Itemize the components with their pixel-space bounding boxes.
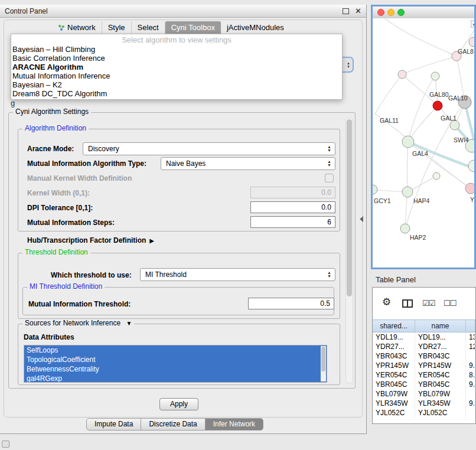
cell: 9. (466, 361, 475, 370)
zoom-traffic-light-icon[interactable] (397, 9, 405, 16)
column-header-shared-name[interactable]: shared... (373, 320, 415, 332)
cell: YDR27... (415, 342, 466, 351)
network-node[interactable] (400, 224, 410, 233)
mi-threshold-definition-title: MI Threshold Definition (27, 282, 105, 291)
close-window-icon[interactable]: ✕ (355, 8, 361, 15)
tab-cyni-toolbox[interactable]: Cyni Toolbox (165, 21, 221, 34)
network-canvas[interactable]: GAL8 GAL80 GAL10 GAL11 GAL1 SWI4 GAL4 GC… (373, 18, 474, 268)
cell: YBR043C (415, 351, 466, 361)
table-row[interactable]: YDL19... YDL19... 13 (373, 332, 475, 342)
expanded-arrow-icon[interactable]: ▼ (126, 320, 132, 327)
dpi-tolerance-field[interactable]: 0.0 (250, 201, 335, 213)
attribute-item-selected[interactable]: BetweennessCentrality (24, 364, 327, 374)
network-node-labels: GAL8 GAL80 GAL10 GAL11 GAL1 SWI4 GAL4 GC… (374, 48, 474, 241)
scroll-up-button[interactable]: ▲ (471, 20, 474, 28)
table-panel-window: ⚙ ☑☑ ☐☐ shared... name YDL19... YDL19...… (372, 287, 476, 424)
deselect-all-icon[interactable]: ☐☐ (444, 299, 456, 308)
dropdown-item[interactable]: Bayesian – K2 (11, 80, 342, 89)
cell: 9. (466, 380, 475, 389)
combobox-arrows-icon: ▲▼ (327, 160, 331, 167)
control-panel-title: Control Panel (5, 7, 48, 15)
collapsed-arrow-icon[interactable]: ▶ (149, 237, 154, 244)
columns-icon[interactable] (402, 299, 413, 308)
hub-definition-toggle[interactable]: Hub/Transcription Factor Definition▶ (27, 236, 154, 244)
cell: 12 (466, 342, 475, 351)
close-traffic-light-icon[interactable] (377, 9, 384, 16)
network-node[interactable] (433, 172, 440, 180)
column-header-partial[interactable] (466, 320, 475, 332)
table-row[interactable]: YDR27... YDR27... 12 (373, 342, 475, 351)
dropdown-item[interactable]: Bayesian – Hill Climbing (11, 45, 342, 54)
network-node[interactable] (450, 120, 459, 130)
table-row[interactable]: YBR045C YBR045C 9. (373, 380, 475, 389)
node-label: GAL8 (458, 48, 474, 55)
mi-steps-field[interactable]: 6 (250, 216, 335, 228)
network-window-titlebar[interactable] (373, 6, 474, 19)
network-node[interactable] (468, 160, 474, 172)
attributes-scrollbar[interactable] (321, 346, 326, 381)
node-label: GAL1 (441, 115, 457, 122)
gear-icon[interactable]: ⚙ (382, 297, 391, 308)
tab-select[interactable]: Select (132, 21, 165, 34)
network-node[interactable] (398, 70, 406, 79)
attribute-item-selected[interactable]: SelfLoops (24, 345, 327, 355)
cell: YJL052C (373, 408, 415, 418)
tab-impute-data[interactable]: Impute Data (86, 418, 141, 431)
aracne-mode-combobox[interactable]: Discovery ▲▼ (83, 142, 335, 155)
network-graph[interactable]: GAL8 GAL80 GAL10 GAL11 GAL1 SWI4 GAL4 GC… (373, 18, 474, 268)
dropdown-item[interactable]: Basic Correlation Inference (11, 54, 342, 63)
table-row[interactable]: YER054C YER054C 8. (373, 370, 475, 380)
table-row[interactable]: YJL052C YJL052C (373, 408, 475, 418)
kernel-width-field[interactable]: 0.0 (250, 187, 335, 198)
cell: YBR043C (373, 351, 415, 361)
network-node[interactable] (373, 185, 377, 194)
tab-network[interactable]: Network (52, 21, 102, 34)
mi-threshold-field[interactable]: 0.5 (248, 298, 334, 309)
tab-network-label: Network (67, 21, 96, 34)
which-threshold-combobox[interactable]: MI Threshold ▲▼ (140, 268, 335, 281)
attribute-item-selected[interactable]: gal4RGexp (24, 374, 327, 383)
dropdown-item[interactable]: Dream8 DC_TDC Algorithm (11, 89, 342, 98)
column-header-name[interactable]: name (415, 320, 466, 332)
dropdown-item[interactable]: Mutual Information Inference (11, 71, 342, 80)
table-row[interactable]: YLR345W YLR345W 9. (373, 399, 475, 408)
network-node[interactable] (469, 37, 474, 47)
network-node[interactable] (431, 72, 439, 80)
manual-kernel-width-checkbox[interactable] (325, 174, 334, 182)
tab-infer-network[interactable]: Infer Network (205, 418, 263, 431)
tab-style[interactable]: Style (102, 21, 132, 34)
network-node-selected[interactable] (433, 101, 442, 110)
algorithm-dropdown-list: Select algorithm to view settings Bayesi… (11, 34, 343, 100)
sources-toggle[interactable]: Sources for Network Inference ▼ (22, 319, 134, 327)
network-node[interactable] (402, 187, 413, 197)
manual-kernel-width-label: Manual Kernel Width Definition (27, 174, 132, 182)
attributes-scrollbar-thumb[interactable] (321, 347, 325, 371)
tab-discretize-data[interactable]: Discretize Data (141, 418, 205, 431)
combobox-arrows-icon: ▲▼ (347, 61, 350, 69)
network-node[interactable] (402, 136, 414, 148)
table-row[interactable]: YPR145W YPR145W 9. (373, 361, 475, 370)
apply-button[interactable]: Apply (159, 398, 198, 410)
data-attributes-list[interactable]: SelfLoops TopologicalCoefficient Between… (24, 345, 327, 383)
attribute-item-selected[interactable]: TopologicalCoefficient (24, 355, 327, 364)
minimize-traffic-light-icon[interactable] (387, 9, 395, 16)
control-panel-titlebar[interactable]: Control Panel ✕ (0, 5, 366, 18)
float-window-icon[interactable] (343, 8, 349, 14)
settings-scrollbar[interactable] (345, 117, 353, 384)
node-label: GAL80 (429, 91, 449, 98)
dropdown-item-selected[interactable]: ARACNE Algorithm (11, 63, 342, 71)
select-all-icon[interactable]: ☑☑ (422, 299, 435, 308)
cyni-mode-tab-bar: Impute Data Discretize Data Infer Networ… (86, 418, 263, 431)
minimized-panel-icon[interactable] (2, 441, 9, 448)
table-row[interactable]: YBR043C YBR043C (373, 351, 475, 361)
network-edges-highlighted (408, 102, 474, 168)
settings-scrollbar-thumb[interactable] (347, 119, 352, 296)
kernel-width-label: Kernel Width (0,1): (27, 189, 90, 197)
mi-algorithm-type-combobox[interactable]: Naive Bayes ▲▼ (161, 157, 335, 170)
table-row[interactable]: YBL079W YBL079W (373, 389, 475, 399)
tab-jactivemnodules[interactable]: jActiveMNodules (221, 21, 290, 34)
network-node[interactable] (465, 183, 474, 194)
cell (466, 389, 475, 399)
panel-collapse-arrow[interactable] (360, 216, 363, 222)
cell (466, 408, 475, 418)
